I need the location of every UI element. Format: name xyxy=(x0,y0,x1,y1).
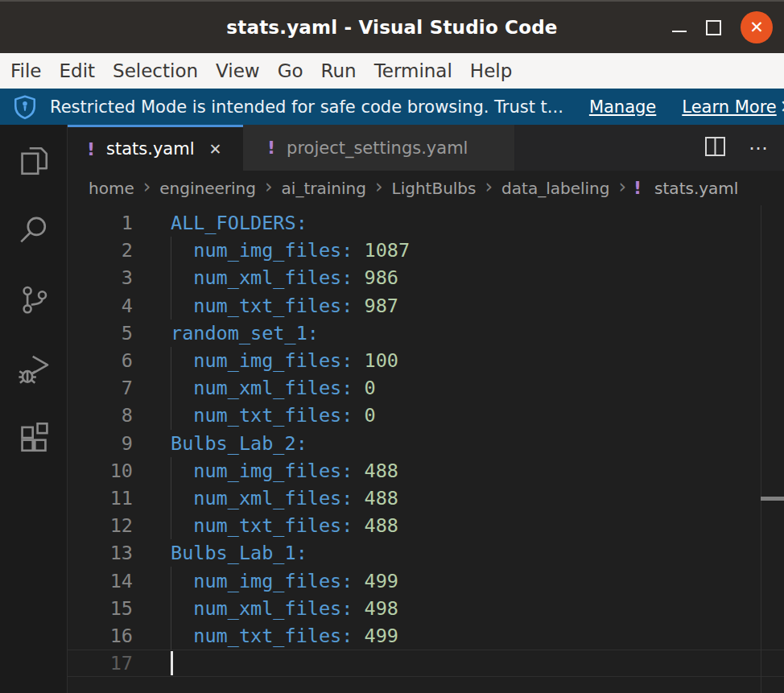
code-text: num_txt_files: 0 xyxy=(171,402,376,429)
code-editor[interactable]: 1 ALL_FOLDERS: 2 num_img_files: 1087 3 n… xyxy=(68,205,784,693)
code-text: num_img_files: 1087 xyxy=(171,237,410,264)
learn-more-link[interactable]: Learn More xyxy=(682,97,776,117)
code-line[interactable]: 15 num_xml_files: 498 xyxy=(68,595,784,622)
code-line[interactable]: 11 num_xml_files: 488 xyxy=(68,485,784,512)
banner-message: Restricted Mode is intended for safe cod… xyxy=(50,97,563,117)
search-icon[interactable] xyxy=(0,196,68,265)
source-control-icon[interactable] xyxy=(0,265,68,334)
menu-view[interactable]: View xyxy=(207,60,269,81)
code-text: ALL_FOLDERS: xyxy=(171,209,307,237)
line-number: 15 xyxy=(68,597,133,620)
breadcrumb-item[interactable]: engineering xyxy=(158,179,258,198)
code-text: num_xml_files: 0 xyxy=(171,374,376,402)
chevron-right-icon: › xyxy=(618,175,626,198)
code-line[interactable]: 17 xyxy=(68,650,784,677)
code-text: num_txt_files: 987 xyxy=(171,292,398,320)
breadcrumb-item[interactable]: data_labeling xyxy=(500,179,611,198)
breadcrumb-item[interactable]: home xyxy=(87,179,136,198)
menu-help[interactable]: Help xyxy=(461,60,521,81)
code-line[interactable]: 9 Bulbs_Lab_2: xyxy=(68,430,784,457)
editor-lines: 1 ALL_FOLDERS: 2 num_img_files: 1087 3 n… xyxy=(68,205,784,677)
menu-run[interactable]: Run xyxy=(312,60,365,81)
menu-file[interactable]: File xyxy=(2,60,51,81)
line-number: 12 xyxy=(68,514,133,537)
line-number: 10 xyxy=(68,460,133,482)
chevron-right-icon: › xyxy=(375,175,383,198)
scrollbar-overview-ruler[interactable] xyxy=(761,205,784,693)
activity-bar xyxy=(0,125,68,693)
code-text: num_xml_files: 488 xyxy=(171,485,398,512)
menu-terminal[interactable]: Terminal xyxy=(365,60,461,81)
breadcrumb-item[interactable]: ai_training xyxy=(280,179,368,198)
code-text: num_txt_files: 488 xyxy=(171,512,398,539)
line-number: 6 xyxy=(68,349,133,372)
explorer-icon[interactable] xyxy=(0,126,68,196)
extensions-icon[interactable] xyxy=(0,403,68,472)
line-number: 13 xyxy=(68,542,133,564)
line-number: 2 xyxy=(68,239,133,262)
editor-actions: ⋯ xyxy=(702,125,784,171)
code-line[interactable]: 12 num_txt_files: 488 xyxy=(68,512,784,539)
code-text: num_img_files: 499 xyxy=(171,567,398,594)
text-cursor xyxy=(171,651,173,675)
breadcrumb: home › engineering › ai_training › Light… xyxy=(68,171,784,205)
code-text: random_set_1: xyxy=(171,320,319,347)
code-line[interactable]: 13 Bulbs_Lab_1: xyxy=(68,539,784,567)
code-line[interactable]: 1 ALL_FOLDERS: xyxy=(68,209,784,237)
line-number: 16 xyxy=(68,625,133,647)
yaml-warning-icon: ! xyxy=(633,178,642,198)
code-text: num_xml_files: 986 xyxy=(171,264,398,291)
main-area: ! stats.yaml ✕ ! project_settings.yaml xyxy=(0,125,784,693)
menu-edit[interactable]: Edit xyxy=(51,60,105,81)
code-text: num_img_files: 488 xyxy=(171,457,398,485)
code-text: num_img_files: 100 xyxy=(171,347,398,374)
close-window-button[interactable]: ✕ xyxy=(741,11,773,43)
titlebar: stats.yaml - Visual Studio Code ✕ xyxy=(0,0,784,53)
line-number: 5 xyxy=(68,322,133,344)
code-text: Bulbs_Lab_2: xyxy=(171,430,307,457)
menu-go[interactable]: Go xyxy=(269,60,312,81)
editor-group: ! stats.yaml ✕ ! project_settings.yaml xyxy=(68,125,784,693)
window-title: stats.yaml - Visual Studio Code xyxy=(0,17,784,38)
code-line[interactable]: 3 num_xml_files: 986 xyxy=(68,264,784,291)
workspace-trust-shield-icon xyxy=(13,94,37,120)
tab-project-settings-yaml[interactable]: ! project_settings.yaml xyxy=(243,125,515,171)
line-number: 9 xyxy=(68,432,133,455)
minimize-button[interactable] xyxy=(672,31,687,33)
code-line[interactable]: 5 random_set_1: xyxy=(68,320,784,347)
line-number: 17 xyxy=(68,652,133,674)
line-number: 14 xyxy=(68,570,133,592)
code-line[interactable]: 7 num_xml_files: 0 xyxy=(68,374,784,402)
tab-stats-yaml[interactable]: ! stats.yaml ✕ xyxy=(68,125,243,171)
more-actions-icon[interactable]: ⋯ xyxy=(749,137,770,159)
menubar: File Edit Selection View Go Run Terminal… xyxy=(0,53,784,89)
restricted-mode-banner: Restricted Mode is intended for safe cod… xyxy=(0,89,784,125)
tab-close-icon[interactable]: ✕ xyxy=(209,140,222,158)
split-editor-icon[interactable] xyxy=(702,134,728,162)
code-line[interactable]: 2 num_img_files: 1087 xyxy=(68,237,784,264)
code-line[interactable]: 16 num_txt_files: 499 xyxy=(68,622,784,650)
code-line[interactable]: 10 num_img_files: 488 xyxy=(68,457,784,485)
yaml-warning-icon: ! xyxy=(87,139,95,159)
breadcrumb-item[interactable]: LightBulbs xyxy=(390,179,478,198)
manage-link[interactable]: Manage xyxy=(589,97,656,117)
chevron-right-icon: › xyxy=(265,175,273,198)
code-line[interactable]: 4 num_txt_files: 987 xyxy=(68,292,784,320)
breadcrumb-file[interactable]: stats.yaml xyxy=(653,179,740,198)
banner-close-icon[interactable]: ✕ xyxy=(777,97,784,117)
line-number: 3 xyxy=(68,266,133,289)
code-text: num_txt_files: 499 xyxy=(171,622,398,650)
line-number: 4 xyxy=(68,295,133,317)
code-line[interactable]: 6 num_img_files: 100 xyxy=(68,347,784,374)
chevron-right-icon: › xyxy=(485,175,493,198)
tab-label: stats.yaml xyxy=(106,139,194,159)
tab-label: project_settings.yaml xyxy=(287,138,468,158)
yaml-warning-icon: ! xyxy=(267,138,275,158)
tab-bar: ! stats.yaml ✕ ! project_settings.yaml xyxy=(68,125,784,171)
code-line[interactable]: 8 num_txt_files: 0 xyxy=(68,402,784,429)
menu-selection[interactable]: Selection xyxy=(104,60,207,81)
maximize-button[interactable] xyxy=(706,20,721,35)
code-line[interactable]: 14 num_img_files: 499 xyxy=(68,567,784,594)
code-text: Bulbs_Lab_1: xyxy=(171,539,307,567)
run-and-debug-icon[interactable] xyxy=(0,334,68,403)
